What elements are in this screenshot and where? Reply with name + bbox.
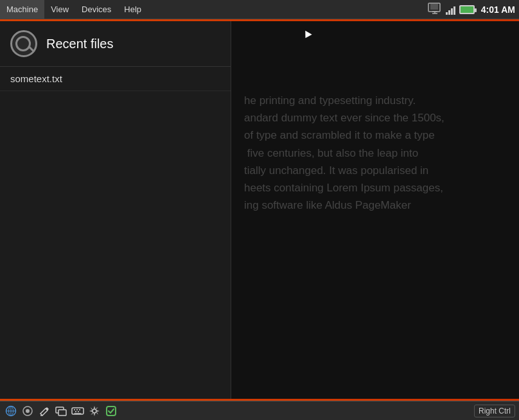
recent-files-header: Recent files <box>0 21 231 67</box>
menu-help[interactable]: Help <box>118 0 148 19</box>
battery-icon <box>459 5 475 14</box>
signal-icon <box>446 4 455 15</box>
clock: 4:01 AM <box>479 4 515 15</box>
recent-files-title: Recent files <box>46 37 114 51</box>
svg-rect-1 <box>430 4 438 10</box>
circle-taskbar-icon[interactable] <box>21 404 35 418</box>
screen-taskbar-icon[interactable] <box>54 404 68 418</box>
system-tray: 4:01 AM <box>427 0 519 19</box>
globe-taskbar-icon[interactable] <box>4 404 18 418</box>
list-item[interactable]: sometext.txt <box>0 67 231 91</box>
vm-screen-icon <box>427 1 443 18</box>
svg-point-10 <box>26 409 30 413</box>
settings-taskbar-icon[interactable] <box>87 404 101 418</box>
menu-view[interactable]: View <box>44 0 75 19</box>
main-content: Recent files sometext.txt he printing an… <box>0 21 519 403</box>
menu-machine[interactable]: Machine <box>0 0 44 19</box>
file-list: sometext.txt <box>0 67 231 403</box>
taskbar: Right Ctrl <box>0 401 519 420</box>
svg-point-21 <box>92 409 96 413</box>
keyboard-taskbar-icon[interactable] <box>71 404 85 418</box>
preview-text: he printing and typesetting industry. an… <box>231 92 519 214</box>
edit-taskbar-icon[interactable] <box>37 404 51 418</box>
menubar: Machine View Devices Help 4:01 AM <box>0 0 519 19</box>
recent-files-icon <box>10 30 37 57</box>
left-panel: Recent files sometext.txt <box>0 21 231 403</box>
svg-rect-13 <box>58 410 66 416</box>
right-ctrl-button[interactable]: Right Ctrl <box>474 405 515 417</box>
flag-taskbar-icon[interactable] <box>104 404 118 418</box>
menu-devices[interactable]: Devices <box>75 0 118 19</box>
right-panel: he printing and typesetting industry. an… <box>231 21 519 403</box>
